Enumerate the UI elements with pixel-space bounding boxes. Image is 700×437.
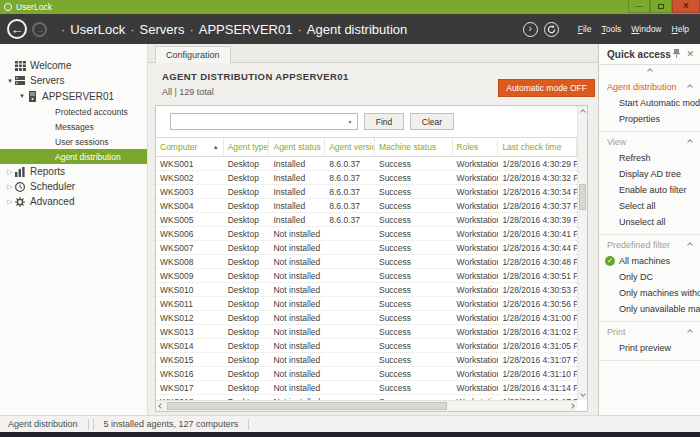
- expander-closed-icon[interactable]: ▷: [6, 168, 14, 176]
- vertical-scrollbar[interactable]: [577, 106, 587, 400]
- table-row[interactable]: WKS015DesktopNot installedSuccessWorksta…: [156, 353, 577, 367]
- find-button[interactable]: Find: [364, 113, 404, 130]
- sidebar-item-user-sessions[interactable]: User sessions: [0, 134, 147, 149]
- menu-file[interactable]: File: [578, 24, 592, 34]
- table-row[interactable]: WKS001DesktopInstalled8.6.0.37SuccessWor…: [156, 157, 577, 171]
- clear-button[interactable]: Clear: [410, 113, 454, 130]
- horizontal-scrollbar[interactable]: [156, 400, 577, 411]
- quick-item-properties[interactable]: Properties: [599, 111, 700, 127]
- refresh-icon[interactable]: [544, 22, 559, 37]
- column-header-roles[interactable]: Roles: [453, 138, 499, 156]
- table-row[interactable]: WKS014DesktopNot installedSuccessWorksta…: [156, 339, 577, 353]
- horizontal-scroll-thumb[interactable]: [167, 402, 447, 410]
- quick-item-enable-auto-filter[interactable]: Enable auto filter: [599, 182, 700, 198]
- quick-section-header[interactable]: View: [599, 134, 700, 150]
- back-button[interactable]: ←: [7, 19, 27, 39]
- maximize-button[interactable]: [650, 0, 672, 13]
- table-row[interactable]: WKS002DesktopInstalled8.6.0.37SuccessWor…: [156, 171, 577, 185]
- minimize-button[interactable]: —: [628, 0, 650, 13]
- sidebar-item-agent-distribution[interactable]: Agent distribution: [0, 149, 147, 164]
- tab-configuration[interactable]: Configuration: [155, 46, 231, 63]
- quick-item-refresh[interactable]: Refresh: [599, 150, 700, 166]
- table-row[interactable]: WKS012DesktopNot installedSuccessWorksta…: [156, 311, 577, 325]
- sidebar-item-appserver01[interactable]: ▾APPSERVER01: [0, 88, 147, 104]
- combo-dropdown-icon[interactable]: ▾: [343, 114, 357, 129]
- menu-window[interactable]: Window: [631, 24, 661, 34]
- sidebar-item-welcome[interactable]: Welcome: [0, 58, 147, 73]
- quick-item-label: Properties: [619, 114, 660, 124]
- collapse-icon[interactable]: [687, 84, 693, 90]
- sidebar-item-protected-accounts[interactable]: Protected accounts: [0, 104, 147, 119]
- table-row[interactable]: WKS009DesktopNot installedSuccessWorksta…: [156, 269, 577, 283]
- quick-item-only-dc[interactable]: Only DC: [599, 269, 700, 285]
- breadcrumb-segment[interactable]: APPSERVER01: [199, 22, 293, 37]
- sidebar-item-advanced[interactable]: ▷Advanced: [0, 194, 147, 209]
- quick-item-only-unavailable-mac-[interactable]: Only unavailable mac...: [599, 301, 700, 317]
- table-row[interactable]: WKS017DesktopNot installedSuccessWorksta…: [156, 381, 577, 395]
- table-row[interactable]: WKS006DesktopNot installedSuccessWorksta…: [156, 227, 577, 241]
- table-row[interactable]: WKS003DesktopInstalled8.6.0.37SuccessWor…: [156, 185, 577, 199]
- scroll-left-icon[interactable]: [156, 401, 166, 411]
- table-cell: 8.6.0.37: [325, 159, 375, 169]
- quick-item-select-all[interactable]: Select all: [599, 198, 700, 214]
- close-button[interactable]: X: [672, 0, 700, 13]
- table-row[interactable]: WKS013DesktopNot installedSuccessWorksta…: [156, 325, 577, 339]
- column-header-last-check-time[interactable]: Last check time: [498, 138, 577, 156]
- reports-icon: [14, 166, 26, 177]
- quick-section-header[interactable]: Agent distribution: [599, 79, 700, 95]
- table-cell: Desktop: [224, 285, 270, 295]
- breadcrumb-segment[interactable]: Servers: [140, 22, 185, 37]
- sidebar-item-scheduler[interactable]: ▷Scheduler: [0, 179, 147, 194]
- forward-button[interactable]: →: [32, 22, 47, 37]
- quick-item-display-ad-tree[interactable]: Display AD tree: [599, 166, 700, 182]
- expander-closed-icon[interactable]: ▷: [6, 183, 14, 191]
- menu-help[interactable]: Help: [672, 24, 689, 34]
- quick-section-header[interactable]: Predefined filter: [599, 237, 700, 253]
- quick-item-print-preview[interactable]: Print preview: [599, 340, 700, 356]
- breadcrumb-segment[interactable]: Agent distribution: [307, 22, 407, 37]
- table-row[interactable]: WKS008DesktopNot installedSuccessWorksta…: [156, 255, 577, 269]
- sidebar-item-reports[interactable]: ▷Reports: [0, 164, 147, 179]
- vertical-scroll-thumb[interactable]: [579, 184, 586, 210]
- quick-item-start-automatic-mode[interactable]: Start Automatic mode: [599, 95, 700, 111]
- breadcrumb-segment[interactable]: UserLock: [70, 22, 125, 37]
- scroll-right-icon[interactable]: [567, 401, 577, 411]
- table-cell: Desktop: [224, 355, 270, 365]
- quick-item-unselect-all[interactable]: Unselect all: [599, 214, 700, 230]
- collapse-icon[interactable]: [687, 329, 693, 335]
- table-row[interactable]: WKS007DesktopNot installedSuccessWorksta…: [156, 241, 577, 255]
- panel-close-icon[interactable]: ✕: [686, 49, 694, 59]
- expander-open-icon[interactable]: ▾: [6, 77, 14, 85]
- sidebar-item-label: Welcome: [30, 60, 72, 71]
- collapse-icon[interactable]: [687, 242, 693, 248]
- table-cell: Workstation: [453, 257, 499, 267]
- menu-tools[interactable]: Tools: [601, 24, 621, 34]
- table-row[interactable]: WKS005DesktopInstalled8.6.0.37SuccessWor…: [156, 213, 577, 227]
- column-header-agent-version[interactable]: Agent version: [325, 138, 375, 156]
- automatic-mode-button[interactable]: Automatic mode OFF: [498, 79, 595, 97]
- column-header-agent-status[interactable]: Agent status: [269, 138, 325, 156]
- panel-scroll-up-icon[interactable]: [599, 65, 700, 77]
- collapse-icon[interactable]: [687, 139, 693, 145]
- search-combobox[interactable]: ▾: [170, 113, 358, 130]
- sidebar-item-messages[interactable]: Messages: [0, 119, 147, 134]
- column-header-agent-type[interactable]: Agent type: [224, 138, 270, 156]
- column-header-machine-status[interactable]: Machine status: [375, 138, 453, 156]
- sidebar-item-servers[interactable]: ▾Servers: [0, 73, 147, 88]
- table-row[interactable]: WKS016DesktopNot installedSuccessWorksta…: [156, 367, 577, 381]
- column-header-computer[interactable]: Computer▲: [156, 138, 224, 156]
- table-row[interactable]: WKS011DesktopNot installedSuccessWorksta…: [156, 297, 577, 311]
- scroll-down-icon[interactable]: [578, 389, 587, 399]
- expander-open-icon[interactable]: ▾: [18, 92, 26, 100]
- table-row[interactable]: WKS010DesktopNot installedSuccessWorksta…: [156, 283, 577, 297]
- expander-closed-icon[interactable]: ▷: [6, 198, 14, 206]
- search-input[interactable]: [171, 114, 343, 129]
- table-row[interactable]: WKS004DesktopInstalled8.6.0.37SuccessWor…: [156, 199, 577, 213]
- quick-section-header[interactable]: Print: [599, 324, 700, 340]
- pin-icon[interactable]: [673, 49, 680, 60]
- quick-item-all-machines[interactable]: ✓All machines: [599, 253, 700, 269]
- run-chevron-icon[interactable]: ›: [523, 22, 538, 37]
- quick-item-only-machines-withou-[interactable]: Only machines withou...: [599, 285, 700, 301]
- table-cell: Installed: [269, 201, 325, 211]
- scroll-up-icon[interactable]: [578, 107, 587, 117]
